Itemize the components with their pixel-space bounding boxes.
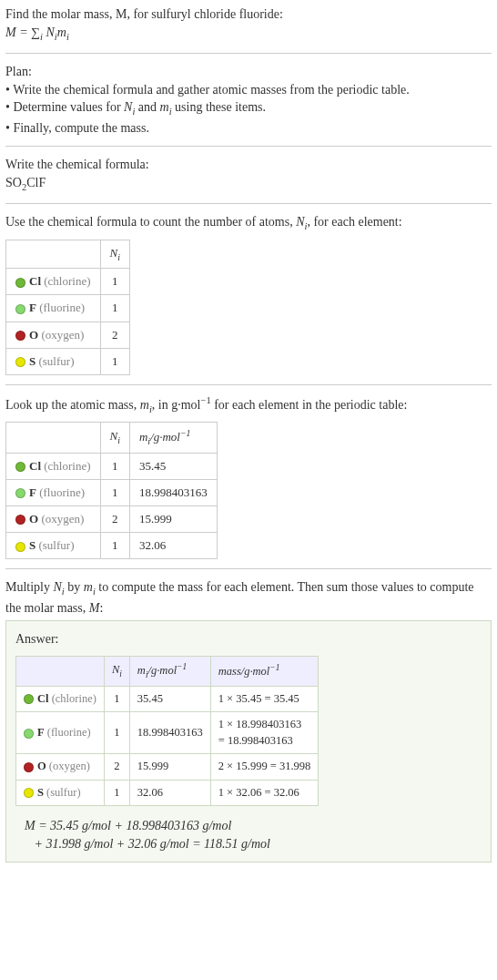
count-th-empty [6, 240, 101, 268]
dot-icon-o [15, 515, 25, 525]
count-heading: Use the chemical formula to count the nu… [5, 213, 492, 233]
el-name: (fluorine) [47, 726, 91, 739]
formula-section: Write the chemical formula: SO2ClF [5, 156, 492, 204]
a-th-mi: mi/g·mol−1 [129, 657, 210, 687]
el-name: (oxygen) [49, 760, 90, 772]
table-row: O (oxygen) 2 [6, 322, 130, 348]
element-cell: O (oxygen) [16, 754, 105, 781]
element-cell: F (fluorine) [16, 712, 105, 754]
n-cell: 1 [104, 686, 129, 712]
a-th-ni: Ni [104, 657, 129, 687]
table-row: S (sulfur) 1 [6, 348, 130, 374]
el-sym: Cl [29, 274, 41, 288]
dot-icon-o [24, 762, 34, 772]
count-section: Use the chemical formula to count the nu… [5, 213, 492, 384]
el-name: (oxygen) [41, 512, 84, 526]
plan-b1: • Write the chemical formula and gather … [5, 81, 492, 99]
m-cell: 18.998403163 [129, 479, 217, 505]
calc-cell: 1 × 35.45 = 35.45 [210, 686, 319, 712]
answer-box: Answer: Ni mi/g·mol−1 mass/g·mol−1 Cl (c… [5, 620, 492, 863]
m-th-mi: mi/g·mol−1 [129, 423, 217, 454]
m-th-empty [6, 423, 101, 454]
calc-cell: 1 × 18.998403163= 18.998403163 [210, 712, 319, 754]
answer-label: Answer: [15, 630, 482, 648]
n-cell: 1 [100, 295, 129, 322]
el-name: (chlorine) [52, 692, 96, 705]
el-sym: Cl [29, 459, 41, 473]
dot-icon-f [15, 488, 25, 498]
plan-b3: • Finally, compute the mass. [5, 119, 492, 138]
dot-icon-cl [15, 462, 25, 472]
intro-line1: Find the molar mass, M, for sulfuryl chl… [5, 5, 492, 24]
count-table: Ni Cl (chlorine) 1 F (fluorine) 1 O (oxy… [5, 240, 130, 375]
dot-icon-cl [15, 278, 25, 288]
m-cell: 35.45 [129, 686, 210, 712]
el-sym: S [29, 354, 36, 368]
el-sym: O [29, 328, 38, 342]
element-cell: F (fluorine) [6, 295, 101, 322]
el-sym: O [37, 760, 46, 772]
table-row: O (oxygen) 2 15.999 [6, 505, 218, 532]
n-cell: 1 [100, 533, 129, 559]
multiply-heading: Multiply Ni by mi to compute the mass fo… [5, 578, 492, 617]
el-name: (fluorine) [39, 301, 85, 314]
el-sym: Cl [37, 692, 49, 705]
answer-table: Ni mi/g·mol−1 mass/g·mol−1 Cl (chlorine)… [15, 656, 319, 806]
m-cell: 35.45 [129, 453, 217, 479]
a-th-empty [16, 657, 105, 687]
table-row: F (fluorine) 1 18.998403163 1 × 18.99840… [16, 712, 319, 754]
formula-heading: Write the chemical formula: [5, 156, 492, 174]
n-cell: 1 [100, 269, 129, 295]
calc-cell: 1 × 32.06 = 32.06 [210, 780, 319, 806]
table-row: F (fluorine) 1 [6, 295, 130, 322]
element-cell: S (sulfur) [6, 533, 101, 559]
table-row: F (fluorine) 1 18.998403163 [6, 479, 218, 505]
intro-section: Find the molar mass, M, for sulfuryl chl… [5, 5, 492, 54]
dot-icon-s [15, 542, 25, 552]
masses-table: Ni mi/g·mol−1 Cl (chlorine) 1 35.45 F (f… [5, 422, 218, 559]
masses-section: Look up the atomic mass, mi, in g·mol−1 … [5, 394, 492, 569]
m-cell: 15.999 [129, 754, 210, 781]
dot-icon-f [24, 729, 34, 739]
m-cell: 32.06 [129, 780, 210, 806]
n-cell: 1 [104, 712, 129, 754]
dot-icon-s [24, 788, 34, 798]
final-equation: M = 35.45 g/mol + 18.998403163 g/mol + 3… [15, 817, 482, 852]
el-name: (fluorine) [39, 485, 85, 499]
dot-icon-s [15, 357, 25, 367]
el-name: (oxygen) [41, 328, 84, 342]
dot-icon-cl [24, 694, 34, 704]
el-sym: S [37, 786, 44, 799]
n-cell: 1 [104, 780, 129, 806]
calc-cell: 2 × 15.999 = 31.998 [210, 754, 319, 781]
table-row: Cl (chlorine) 1 [6, 269, 130, 295]
n-cell: 2 [100, 505, 129, 532]
table-row: Cl (chlorine) 1 35.45 [6, 453, 218, 479]
a-th-mass: mass/g·mol−1 [210, 657, 319, 687]
el-sym: F [29, 301, 36, 314]
dot-icon-o [15, 331, 25, 341]
el-sym: F [29, 485, 36, 499]
plan-b2: • Determine values for Ni and mi using t… [5, 98, 492, 118]
table-row: O (oxygen) 2 15.999 2 × 15.999 = 31.998 [16, 754, 319, 781]
element-cell: Cl (chlorine) [6, 269, 101, 295]
element-cell: O (oxygen) [6, 505, 101, 532]
el-name: (sulfur) [46, 786, 81, 799]
intro-eq: M = ∑i Nimi [5, 24, 492, 44]
element-cell: S (sulfur) [6, 348, 101, 374]
n-cell: 1 [100, 479, 129, 505]
plan-section: Plan: • Write the chemical formula and g… [5, 63, 492, 147]
element-cell: F (fluorine) [6, 479, 101, 505]
m-cell: 18.998403163 [129, 712, 210, 754]
dot-icon-f [15, 304, 25, 314]
table-row: S (sulfur) 1 32.06 [6, 533, 218, 559]
element-cell: Cl (chlorine) [6, 453, 101, 479]
n-cell: 1 [100, 453, 129, 479]
el-sym: F [37, 726, 45, 739]
element-cell: S (sulfur) [16, 780, 105, 806]
table-row: S (sulfur) 1 32.06 1 × 32.06 = 32.06 [16, 780, 319, 806]
element-cell: Cl (chlorine) [16, 686, 105, 712]
masses-heading: Look up the atomic mass, mi, in g·mol−1 … [5, 394, 492, 416]
m-th-ni: Ni [100, 423, 129, 454]
el-name: (sulfur) [38, 538, 74, 552]
